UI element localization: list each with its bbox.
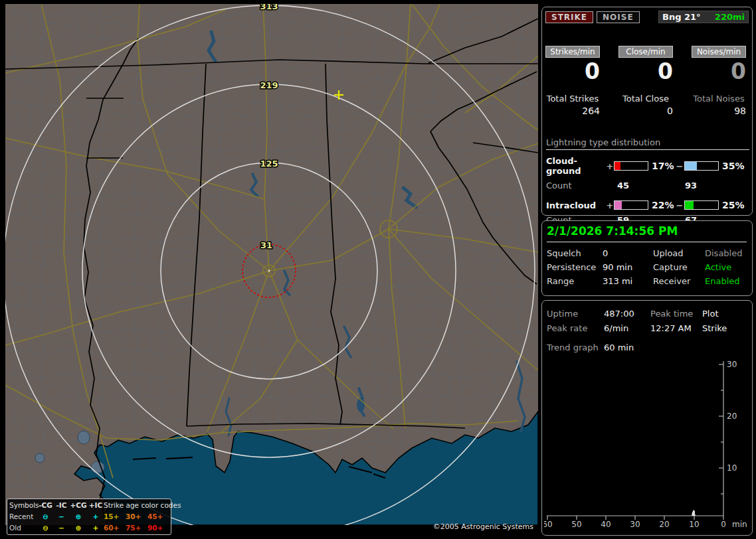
receiver-label: Receiver (653, 276, 705, 286)
range-label: Range (547, 276, 603, 286)
cg-negative-percent: 35% (719, 161, 744, 171)
x-tick-20: 20 (659, 520, 669, 529)
status-grid: Squelch 0 Upload Disabled Persistence 90… (547, 248, 752, 286)
legend-col-neg-cg: -CG (37, 500, 54, 511)
trend-tick-labels: 30 20 10 60 50 40 30 20 10 0 min (544, 360, 747, 529)
lightning-map[interactable]: 313 219 125 31 (5, 4, 538, 525)
peak-rate-label: Peak rate (547, 323, 604, 333)
plus-sign: + (606, 200, 614, 210)
cg-negative-count: 93 (685, 181, 749, 191)
recent-neg-cg-icon: ⊖ (37, 511, 54, 522)
rate-counters: Strikes/min 0 Total Strikes 264 Close/mi… (545, 46, 746, 116)
distribution-title: Lightning type distribution (546, 137, 749, 150)
trend-axes (547, 361, 723, 520)
ic-negative-bar (684, 200, 719, 210)
stats-grid: Uptime 487:00 Peak time Plot Peak rate 6… (547, 309, 752, 333)
peak-time-label: Peak time (650, 309, 702, 319)
close-per-min-value: 0 (618, 60, 673, 84)
capture-label: Capture (653, 262, 705, 272)
receiver-status: Enabled (705, 276, 752, 286)
y-tick-10: 10 (727, 463, 737, 473)
legend-recent-row: Recent ⊖ − ⊕ + 15+ 30+ 45+ (9, 511, 169, 522)
capture-status: Active (705, 262, 752, 272)
intracloud-row: Intracloud + 22% − 25% (546, 200, 749, 210)
stats-panel: Uptime 487:00 Peak time Plot Peak rate 6… (541, 300, 753, 536)
cg-positive-count: 45 (617, 181, 685, 191)
upload-label: Upload (653, 248, 705, 258)
noises-counter: Noises/min 0 Total Noises 98 (692, 46, 746, 116)
count-label: Count (546, 181, 617, 191)
status-panel: 2/1/2026 7:14:56 PM Squelch 0 Upload Dis… (541, 220, 753, 296)
ring-label-219: 219 (260, 80, 278, 90)
squelch-value: 0 (603, 248, 653, 258)
range-value: 313 mi (603, 276, 653, 286)
datetime-display: 2/1/2026 7:14:56 PM (547, 224, 747, 242)
trend-graph: 30 20 10 60 50 40 30 20 10 0 min (544, 359, 751, 536)
ic-negative-percent: 25% (719, 200, 744, 210)
total-close-label: Total Close (618, 94, 673, 104)
age-15: 15+ (104, 511, 126, 522)
cloud-ground-label: Cloud-ground (546, 156, 606, 176)
plot-label: Plot (702, 309, 752, 319)
ring-label-125: 125 (260, 159, 278, 169)
x-tick-10: 10 (689, 520, 699, 529)
close-per-min-button[interactable]: Close/min (618, 46, 673, 58)
x-tick-30: 30 (630, 520, 640, 529)
legend-age-header: Strike age color codes (104, 500, 167, 511)
noise-indicator-button[interactable]: NOISE (597, 11, 640, 23)
cg-positive-bar (614, 161, 648, 171)
peak-rate-value: 6/min (604, 323, 650, 333)
age-45: 45+ (147, 511, 167, 522)
legend-col-pos-ic: +IC (88, 500, 104, 511)
noises-per-min-value: 0 (692, 60, 746, 84)
trend-graph-label: Trend graph (547, 343, 604, 352)
strikes-per-min-button[interactable]: Strikes/min (545, 46, 600, 58)
bearing-distance: 220mi (715, 12, 745, 22)
persistence-label: Persistence (547, 262, 603, 272)
minus-sign: − (675, 161, 684, 171)
trend-spike (692, 510, 696, 516)
cg-negative-bar (684, 161, 719, 171)
y-tick-20: 20 (727, 412, 737, 421)
ic-positive-bar (614, 200, 648, 210)
plus-sign: + (606, 161, 614, 171)
persistence-value: 90 min (603, 262, 653, 272)
x-tick-60: 60 (544, 520, 553, 529)
total-strikes-label: Total Strikes (545, 94, 600, 104)
lightning-distribution: Lightning type distribution Cloud-ground… (546, 137, 749, 225)
bearing-value: Bng 21° (662, 12, 701, 22)
y-tick-30: 30 (727, 360, 737, 369)
nexstorm-window: { "map": { "ring_labels": ["313", "219",… (0, 0, 756, 539)
age-30: 30+ (126, 511, 147, 522)
cloud-ground-count-row: Count 45 93 (546, 181, 749, 191)
legend-header-row: Symbols -CG -IC +CG +IC Strike age color… (9, 500, 169, 511)
strikes-counter: Strikes/min 0 Total Strikes 264 (545, 46, 600, 116)
total-strikes-value: 264 (545, 106, 600, 116)
cg-negative-bar-fill (685, 162, 697, 170)
cg-positive-percent: 17% (648, 161, 675, 171)
cg-positive-bar-fill (614, 162, 620, 170)
legend-col-neg-ic: -IC (54, 500, 69, 511)
upload-status: Disabled (705, 248, 752, 258)
recent-pos-cg-icon: ⊕ (69, 511, 88, 522)
legend-symbols-header: Symbols (9, 500, 37, 511)
legend-col-pos-cg: +CG (69, 500, 88, 511)
strikes-per-min-value: 0 (545, 60, 600, 84)
trend-setting-row: Trend graph 60 min (547, 343, 752, 352)
cloud-ground-row: Cloud-ground + 17% − 35% (546, 156, 749, 176)
peak-time-value: 12:27 AM (650, 323, 702, 333)
x-tick-0: 0 (721, 520, 726, 529)
plot-value: Strike (702, 323, 752, 333)
ic-negative-bar-fill (685, 201, 694, 209)
legend-recent-label: Recent (9, 511, 37, 522)
ic-positive-percent: 22% (648, 200, 675, 210)
minus-sign: − (675, 200, 684, 210)
noises-per-min-button[interactable]: Noises/min (692, 46, 746, 58)
ring-label-313: 313 (260, 4, 278, 11)
x-axis-unit: min (732, 520, 747, 529)
x-tick-40: 40 (601, 520, 611, 529)
bearing-readout: Bng 21° 220mi (658, 11, 749, 23)
total-close-value: 0 (618, 106, 673, 116)
intracloud-label: Intracloud (546, 200, 606, 210)
strike-indicator-button[interactable]: STRIKE (545, 11, 593, 23)
